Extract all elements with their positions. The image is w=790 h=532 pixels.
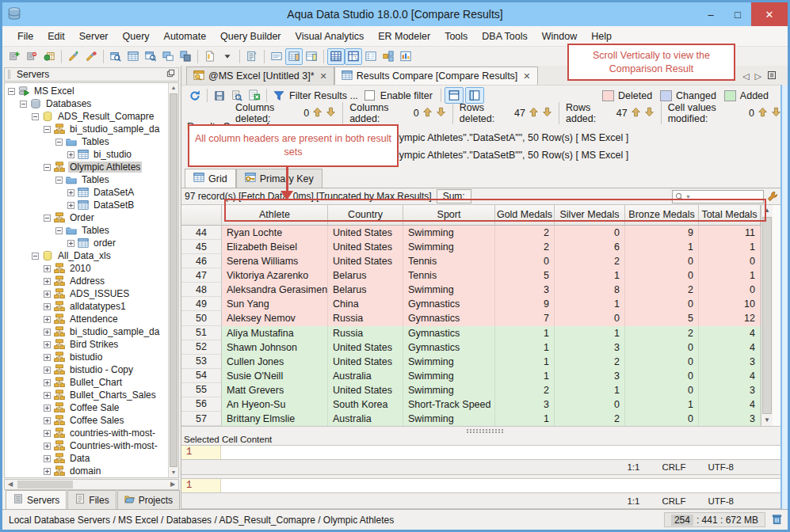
collapse-icon[interactable] <box>55 139 63 146</box>
table-cell[interactable]: 0 <box>699 283 761 297</box>
menu-query[interactable]: Query <box>116 28 157 45</box>
grid-panel-view-icon[interactable] <box>285 48 303 65</box>
grid-options-icon[interactable] <box>767 191 778 202</box>
new-query-analyzer-icon[interactable] <box>65 48 82 65</box>
menu-server[interactable]: Server <box>72 28 116 45</box>
tree-node-label[interactable]: Bullet_Chart <box>68 377 124 388</box>
expand-icon[interactable] <box>44 341 51 348</box>
pivot-grid-view-icon[interactable] <box>345 48 362 65</box>
search-input[interactable] <box>693 192 756 201</box>
table-cell[interactable]: 3 <box>699 383 761 397</box>
tree-node-databases[interactable]: Databases <box>5 97 167 110</box>
row-number[interactable]: 51 <box>181 326 222 340</box>
table-cell[interactable]: 4 <box>699 340 761 355</box>
filter-results-button[interactable]: Filter Results ... <box>289 90 358 101</box>
prev-diff-icon[interactable] <box>631 107 641 120</box>
tree-node-label[interactable]: Coffee Sale <box>68 402 121 413</box>
expand-icon[interactable] <box>44 329 51 336</box>
split-horizontal-icon[interactable] <box>445 87 464 104</box>
table-cell[interactable]: Swimming <box>403 283 495 297</box>
scroll-right-icon[interactable]: ▶ <box>167 480 178 489</box>
table-cell[interactable]: Aleksey Nemov <box>222 311 328 325</box>
table-cell[interactable]: Swimming <box>403 412 495 426</box>
menu-automate[interactable]: Automate <box>157 28 214 45</box>
tree-node-dataseta[interactable]: DataSetA <box>5 186 167 199</box>
table-cell[interactable]: Brittany Elmslie <box>222 412 328 426</box>
editor-text-area[interactable] <box>221 446 787 459</box>
menu-query-builder[interactable]: Query Builder <box>213 28 288 45</box>
tree-node-attendence[interactable]: Attendence <box>5 313 167 325</box>
tree-node-order[interactable]: order <box>5 237 167 249</box>
table-cell[interactable]: Tennis <box>403 254 495 268</box>
table-cell[interactable]: 11 <box>699 226 761 240</box>
cell-content-editor-1[interactable]: 1 <box>181 445 788 460</box>
table-cell[interactable]: 2 <box>495 383 555 397</box>
table-cell[interactable]: 1 <box>495 340 555 355</box>
column-header-total-medals[interactable]: Total Medals <box>699 205 761 225</box>
table-cell[interactable]: 0 <box>625 369 699 383</box>
table-cell[interactable]: 1 <box>495 412 555 426</box>
table-cell[interactable]: 8 <box>555 283 625 297</box>
refresh-icon[interactable] <box>186 87 204 104</box>
table-cell[interactable]: 9 <box>625 226 699 240</box>
expand-icon[interactable] <box>44 316 51 323</box>
tree-node-bi-studio-sample-da[interactable]: bi_studio_sample_da <box>5 325 167 338</box>
doc-tab-results-compare[interactable]: Results Compare [Compare Results]✕ <box>334 66 538 85</box>
menu-er-modeler[interactable]: ER Modeler <box>371 28 437 45</box>
table-cell[interactable]: 3 <box>699 355 761 369</box>
float-panel-icon[interactable] <box>166 69 175 80</box>
row-number[interactable]: 57 <box>181 412 222 426</box>
grid-search-box[interactable]: ▼ <box>672 190 764 203</box>
table-cell[interactable]: Gymnastics <box>403 326 495 340</box>
table-cell[interactable]: 7 <box>495 311 555 325</box>
table-row[interactable]: 46Serena WilliamsUnited StatesTennis0200 <box>181 254 761 268</box>
menu-tools[interactable]: Tools <box>437 28 475 45</box>
table-row[interactable]: 48Aleksandra GerasimenyaBelarusSwimming3… <box>181 283 761 297</box>
expand-icon[interactable] <box>44 443 51 450</box>
table-cell[interactable]: Susie O'Neill <box>222 369 328 383</box>
table-cell[interactable]: United States <box>328 340 403 355</box>
table-cell[interactable]: 6 <box>555 240 625 254</box>
prev-diff-icon[interactable] <box>529 107 539 120</box>
new-file-icon[interactable] <box>201 48 219 65</box>
table-cell[interactable]: 1 <box>495 369 555 383</box>
expand-icon[interactable] <box>44 303 51 310</box>
maximize-button[interactable]: □ <box>724 2 751 26</box>
tree-node-datasetb[interactable]: DataSetB <box>5 199 167 211</box>
tree-node-label[interactable]: 2010 <box>68 263 93 274</box>
tree-node-label[interactable]: Databases <box>44 98 93 109</box>
tree-node-countries-with-most-[interactable]: countries-with-most- <box>5 427 167 439</box>
row-number[interactable]: 46 <box>181 254 222 268</box>
table-cell[interactable]: 0 <box>625 340 699 355</box>
expand-icon[interactable] <box>44 291 51 298</box>
tab-close-icon[interactable]: ✕ <box>521 71 530 82</box>
expand-icon[interactable] <box>44 417 51 424</box>
scroll-up-icon[interactable]: ▲ <box>169 83 178 93</box>
tree-node-ads-issues[interactable]: ADS_ISSUES <box>5 287 167 300</box>
table-cell[interactable]: 4 <box>699 326 761 340</box>
table-cell[interactable]: 0 <box>625 355 699 369</box>
tree-vertical-scrollbar[interactable]: ▲ ▼ <box>168 83 178 477</box>
tab-close-icon[interactable]: ✕ <box>319 71 327 82</box>
tree-node-ms-excel[interactable]: MS Excel <box>5 85 167 97</box>
scroll-left-icon[interactable]: ◀ <box>5 480 16 489</box>
tree-node-label[interactable]: order <box>92 238 117 249</box>
grid-scroll-thumb[interactable] <box>762 217 772 414</box>
table-cell[interactable]: 3 <box>495 283 555 297</box>
tree-node-coffee-sales[interactable]: Coffee Sales <box>5 414 167 427</box>
menu-edit[interactable]: Edit <box>40 28 72 45</box>
table-cell[interactable]: United States <box>328 383 403 397</box>
query-results-icon[interactable] <box>142 48 159 65</box>
collapse-icon[interactable] <box>44 126 51 133</box>
expand-icon[interactable] <box>44 392 51 399</box>
sidebar-tab-projects[interactable]: Projects <box>117 490 180 509</box>
expand-icon[interactable] <box>44 430 51 437</box>
menu-visual-analytics[interactable]: Visual Analytics <box>288 28 372 45</box>
cell-content-editor-2[interactable]: 1 <box>181 478 788 493</box>
column-header-bronze-medals[interactable]: Bronze Medals <box>625 205 699 225</box>
tree-node-ads-result-comapre[interactable]: ADS_Result_Comapre <box>5 110 167 123</box>
table-cell[interactable]: 1 <box>555 326 625 340</box>
enable-filter-label[interactable]: Enable filter <box>380 90 433 101</box>
grid-vertical-scrollbar[interactable]: ▲ ▼ <box>761 205 773 426</box>
open-results-icon[interactable] <box>107 48 124 65</box>
